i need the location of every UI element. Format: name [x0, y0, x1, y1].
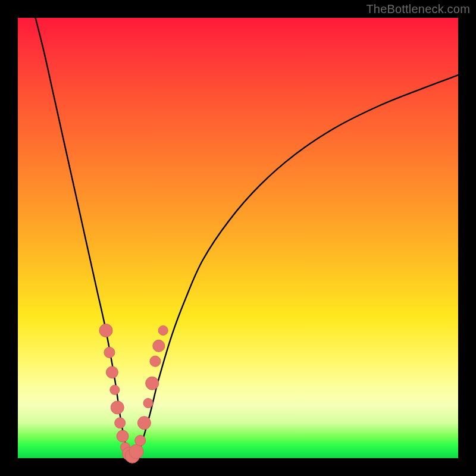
curve-marker — [106, 367, 118, 378]
curve-marker — [143, 399, 153, 408]
curve-marker — [146, 377, 159, 390]
curve-marker — [129, 444, 143, 459]
curve-marker — [117, 430, 129, 442]
curve-marker — [150, 356, 161, 367]
curve-marker — [153, 340, 165, 352]
watermark-text: TheBottleneck.com — [366, 2, 470, 16]
curve-marker — [110, 385, 120, 394]
curve-marker — [135, 435, 146, 446]
plot-area — [18, 18, 458, 458]
curve-marker — [158, 325, 168, 335]
chart-frame: TheBottleneck.com — [0, 0, 476, 476]
plot-svg — [18, 18, 458, 458]
curve-marker — [104, 347, 115, 358]
curve-marker — [111, 401, 124, 414]
bottleneck-curve — [36, 18, 458, 458]
curve-marker — [115, 418, 126, 428]
curve-marker — [137, 416, 151, 430]
marker-group — [99, 324, 168, 463]
curve-marker — [99, 324, 112, 337]
